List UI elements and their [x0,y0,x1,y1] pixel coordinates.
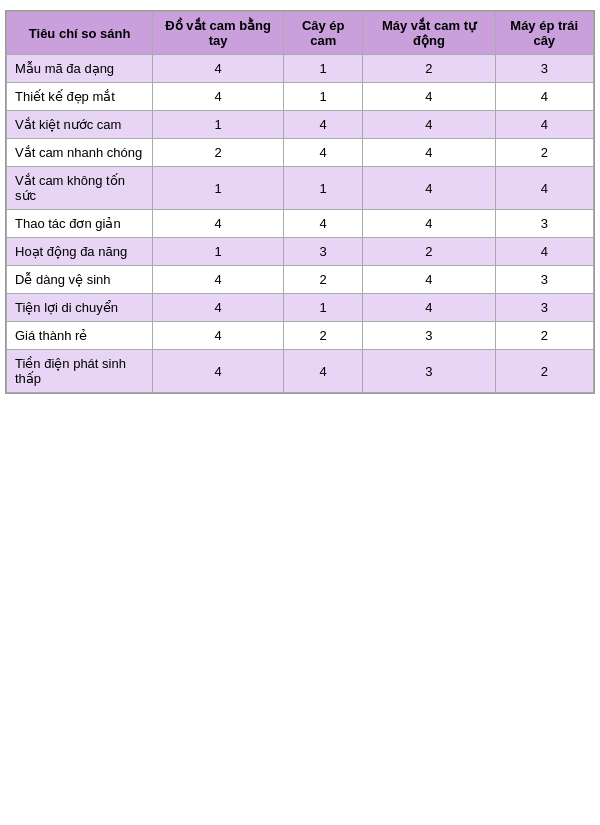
value-cell: 4 [363,266,495,294]
table-row: Vắt cam nhanh chóng2442 [7,139,594,167]
table-row: Dễ dàng vệ sinh4243 [7,266,594,294]
value-cell: 1 [153,111,284,139]
value-cell: 4 [284,139,363,167]
value-cell: 2 [495,139,593,167]
value-cell: 1 [284,167,363,210]
header-col3: Máy vắt cam tự động [363,12,495,55]
criteria-cell: Vắt kiệt nước cam [7,111,153,139]
value-cell: 2 [363,55,495,83]
value-cell: 3 [495,294,593,322]
criteria-cell: Hoạt động đa năng [7,238,153,266]
value-cell: 4 [284,111,363,139]
value-cell: 4 [363,294,495,322]
header-col2: Cây ép cam [284,12,363,55]
header-col1: Đồ vắt cam bằng tay [153,12,284,55]
table-row: Giá thành rẻ4232 [7,322,594,350]
value-cell: 4 [495,238,593,266]
value-cell: 2 [284,322,363,350]
value-cell: 4 [495,83,593,111]
value-cell: 2 [153,139,284,167]
criteria-cell: Giá thành rẻ [7,322,153,350]
table-row: Thao tác đơn giản4443 [7,210,594,238]
criteria-cell: Mẫu mã đa dạng [7,55,153,83]
value-cell: 4 [284,350,363,393]
value-cell: 2 [495,350,593,393]
value-cell: 3 [363,350,495,393]
value-cell: 3 [495,210,593,238]
value-cell: 1 [284,294,363,322]
value-cell: 1 [284,83,363,111]
criteria-cell: Tiện lợi di chuyển [7,294,153,322]
criteria-cell: Tiền điện phát sinh thấp [7,350,153,393]
value-cell: 3 [363,322,495,350]
value-cell: 4 [363,139,495,167]
value-cell: 4 [153,83,284,111]
value-cell: 4 [153,55,284,83]
value-cell: 4 [153,322,284,350]
criteria-cell: Vắt cam không tốn sức [7,167,153,210]
value-cell: 1 [153,167,284,210]
value-cell: 4 [363,111,495,139]
value-cell: 2 [284,266,363,294]
value-cell: 3 [495,55,593,83]
table-row: Tiền điện phát sinh thấp4432 [7,350,594,393]
table-row: Thiết kế đẹp mắt4144 [7,83,594,111]
criteria-cell: Vắt cam nhanh chóng [7,139,153,167]
value-cell: 4 [363,83,495,111]
value-cell: 4 [495,167,593,210]
value-cell: 1 [284,55,363,83]
comparison-table: Tiêu chí so sánh Đồ vắt cam bằng tay Cây… [6,11,594,393]
value-cell: 4 [495,111,593,139]
table-row: Tiện lợi di chuyển4143 [7,294,594,322]
header-col4: Máy ép trái cây [495,12,593,55]
value-cell: 4 [153,350,284,393]
value-cell: 4 [153,266,284,294]
value-cell: 4 [153,210,284,238]
table-row: Hoạt động đa năng1324 [7,238,594,266]
value-cell: 4 [153,294,284,322]
criteria-cell: Thao tác đơn giản [7,210,153,238]
value-cell: 4 [363,167,495,210]
value-cell: 4 [363,210,495,238]
header-criteria: Tiêu chí so sánh [7,12,153,55]
table-row: Vắt kiệt nước cam1444 [7,111,594,139]
comparison-table-wrapper: Tiêu chí so sánh Đồ vắt cam bằng tay Cây… [5,10,595,394]
value-cell: 2 [495,322,593,350]
value-cell: 3 [495,266,593,294]
value-cell: 2 [363,238,495,266]
table-row: Mẫu mã đa dạng4123 [7,55,594,83]
criteria-cell: Dễ dàng vệ sinh [7,266,153,294]
value-cell: 3 [284,238,363,266]
table-row: Vắt cam không tốn sức1144 [7,167,594,210]
value-cell: 4 [284,210,363,238]
criteria-cell: Thiết kế đẹp mắt [7,83,153,111]
value-cell: 1 [153,238,284,266]
